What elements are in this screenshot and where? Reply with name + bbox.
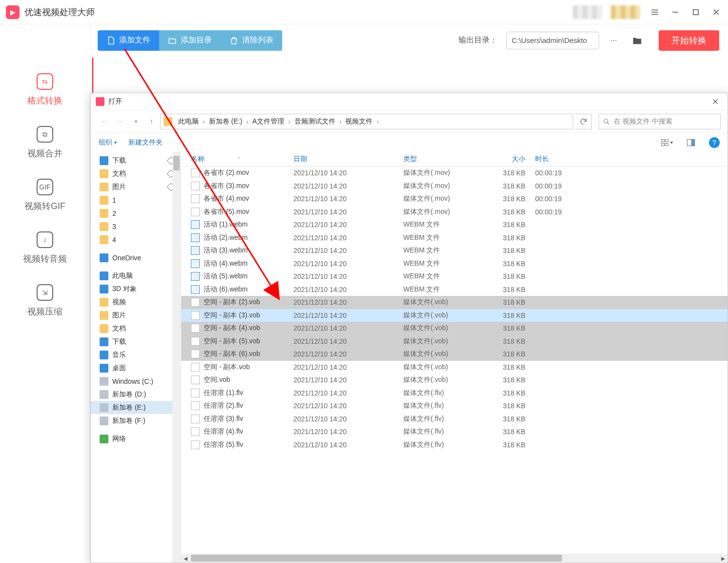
tree-item[interactable]: 此电脑 <box>91 269 181 282</box>
file-row[interactable]: 活动 (2).webm 2021/12/10 14:20 WEBM 文件 318… <box>181 231 728 245</box>
crumb[interactable]: 此电脑 <box>176 116 201 127</box>
tree-item[interactable]: Windows (C:) <box>91 375 181 388</box>
search-input[interactable]: 在 视频文件 中搜索 <box>599 114 721 129</box>
file-row[interactable]: 各省市 (2).mov 2021/12/10 14:20 媒体文件(.mov) … <box>181 167 728 180</box>
sidebar-item-label: 视频合并 <box>27 147 62 159</box>
file-row[interactable]: 各省市 (3).mov 2021/12/10 14:20 媒体文件(.mov) … <box>181 180 728 193</box>
file-row[interactable]: 活动 (4).webm 2021/12/10 14:20 WEBM 文件 318… <box>181 257 728 271</box>
col-date[interactable]: 日期 <box>293 155 403 164</box>
scroll-left-button[interactable]: ◂ <box>181 554 190 563</box>
menu-icon[interactable] <box>649 6 661 18</box>
crumb[interactable]: A文件管理 <box>250 116 286 127</box>
file-row[interactable]: 任溶溶 (3).flv 2021/12/10 14:20 媒体文件(.flv) … <box>181 413 728 426</box>
refresh-button[interactable] <box>575 114 592 129</box>
crumb[interactable]: 音频测试文件 <box>292 116 337 127</box>
maximize-button[interactable] <box>690 6 702 18</box>
add-file-button[interactable]: 添加文件 <box>98 30 159 51</box>
folder-tree[interactable]: 下载文档图片1234OneDrive此电脑3D 对象视频图片文档下载音乐桌面Wi… <box>91 152 181 563</box>
new-folder-button[interactable]: 新建文件夹 <box>128 138 163 147</box>
add-folder-button[interactable]: 添加目录 <box>159 30 221 51</box>
help-button[interactable]: ? <box>709 137 720 148</box>
file-date: 2021/12/10 14:20 <box>293 221 403 229</box>
file-type: 媒体文件(.vob) <box>403 350 486 358</box>
tree-item[interactable]: 新加卷 (D:) <box>91 388 181 401</box>
tree-item[interactable]: 桌面 <box>91 361 181 375</box>
close-button[interactable] <box>710 6 722 18</box>
file-row[interactable]: 任溶溶 (2).flv 2021/12/10 14:20 媒体文件(.flv) … <box>181 399 728 413</box>
file-icon <box>191 337 200 346</box>
nav-back-button[interactable]: ← <box>98 115 111 128</box>
file-row[interactable]: 活动 (3).webm 2021/12/10 14:20 WEBM 文件 318… <box>181 244 728 257</box>
tree-item[interactable]: 新加卷 (E:) <box>91 401 181 414</box>
browse-dots-button[interactable]: ··· <box>605 32 623 49</box>
add-file-label: 添加文件 <box>119 35 150 45</box>
file-row[interactable]: 空间 - 副本.vob 2021/12/10 14:20 媒体文件(.vob) … <box>181 361 728 374</box>
horizontal-scrollbar[interactable]: ◂ ▸ <box>181 554 728 563</box>
tree-item[interactable]: 2 <box>91 207 181 220</box>
file-row[interactable]: 活动 (1).webm 2021/12/10 14:20 WEBM 文件 318… <box>181 218 728 231</box>
tree-item[interactable]: 3D 对象 <box>91 282 181 295</box>
tree-item[interactable]: 音乐 <box>91 348 181 361</box>
tree-item[interactable]: 图片 <box>91 309 181 322</box>
preview-pane-button[interactable] <box>685 136 697 149</box>
col-type[interactable]: 类型 <box>403 155 486 164</box>
crumb[interactable]: 新加卷 (E:) <box>207 116 244 127</box>
file-row[interactable]: 空间 - 副本 (5).vob 2021/12/10 14:20 媒体文件(.v… <box>181 335 728 348</box>
sidebar-item-2[interactable]: GIF视频转GIF <box>0 169 90 222</box>
breadcrumb[interactable]: 此电脑›新加卷 (E:)›A文件管理›音频测试文件›视频文件› <box>160 114 573 129</box>
tree-item[interactable]: 1 <box>91 193 181 207</box>
view-mode-button[interactable]: ▾ <box>660 136 673 149</box>
scroll-right-button[interactable]: ▸ <box>719 554 728 563</box>
file-row[interactable]: 空间 - 副本 (4).vob 2021/12/10 14:20 媒体文件(.v… <box>181 322 728 335</box>
folder-icon <box>168 36 177 45</box>
tree-item[interactable]: 4 <box>91 233 181 246</box>
tree-scroll-thumb[interactable] <box>173 156 180 170</box>
tree-item[interactable]: 图片 <box>91 180 181 193</box>
start-convert-button[interactable]: 开始转换 <box>659 30 719 51</box>
file-row[interactable]: 任溶溶 (1).flv 2021/12/10 14:20 媒体文件(.flv) … <box>181 387 728 400</box>
tree-item[interactable]: 文档 <box>91 167 181 180</box>
file-row[interactable]: 活动 (5).webm 2021/12/10 14:20 WEBM 文件 318… <box>181 270 728 283</box>
sidebar-icon: GIF <box>37 179 53 195</box>
file-name: 活动 (3).webm <box>204 246 293 255</box>
clear-list-button[interactable]: 清除列表 <box>221 30 282 51</box>
nav-recent-dropdown[interactable]: ▾ <box>129 115 143 128</box>
file-row[interactable]: 空间.vob 2021/12/10 14:20 媒体文件(.vob) 318 K… <box>181 374 728 387</box>
output-dir-input[interactable] <box>506 32 599 49</box>
nav-forward-button[interactable]: → <box>113 115 127 128</box>
file-row[interactable]: 任溶溶 (4).flv 2021/12/10 14:20 媒体文件(.flv) … <box>181 425 728 438</box>
tree-scrollbar[interactable] <box>172 152 181 563</box>
sidebar-item-4[interactable]: ⇲视频压缩 <box>0 274 90 327</box>
tree-item[interactable]: 下载 <box>91 335 181 348</box>
tree-item-label: 新加卷 (E:) <box>112 403 146 412</box>
toolbar: 添加文件 添加目录 清除列表 输出目录： ··· 开始转换 <box>0 24 728 56</box>
sidebar-item-1[interactable]: ⧉视频合并 <box>0 116 90 169</box>
crumb[interactable]: 视频文件 <box>343 116 374 127</box>
file-row[interactable]: 任溶溶 (5).flv 2021/12/10 14:20 媒体文件(.flv) … <box>181 438 728 452</box>
file-row[interactable]: 空间 - 副本 (2).vob 2021/12/10 14:20 媒体文件(.v… <box>181 296 728 309</box>
minimize-button[interactable] <box>669 6 681 18</box>
tree-item-icon <box>100 377 108 386</box>
tree-item[interactable]: 新加卷 (F:) <box>91 414 181 427</box>
file-row[interactable]: 空间 - 副本 (3).vob 2021/12/10 14:20 媒体文件(.v… <box>181 309 728 322</box>
tree-item[interactable]: OneDrive <box>91 251 181 264</box>
organize-button[interactable]: 组织▾ <box>99 138 117 147</box>
col-name[interactable]: 名称⌃ <box>191 155 293 164</box>
col-size[interactable]: 大小 <box>486 155 535 164</box>
tree-item[interactable]: 文档 <box>91 322 181 335</box>
tree-item[interactable]: 3 <box>91 220 181 233</box>
sidebar-item-3[interactable]: ♪视频转音频 <box>0 222 90 274</box>
file-row[interactable]: 空间 - 副本 (6).vob 2021/12/10 14:20 媒体文件(.v… <box>181 348 728 361</box>
open-folder-button[interactable] <box>628 32 646 49</box>
file-row[interactable]: 各省市 (5).mov 2021/12/10 14:20 媒体文件(.mov) … <box>181 206 728 219</box>
col-duration[interactable]: 时长 <box>535 155 728 164</box>
tree-item[interactable]: 视频 <box>91 295 181 309</box>
dialog-close-button[interactable] <box>708 94 723 109</box>
tree-item[interactable]: 网络 <box>91 432 181 445</box>
sidebar-item-0[interactable]: ⇆格式转换 <box>0 63 90 116</box>
scroll-thumb[interactable] <box>191 555 562 562</box>
file-row[interactable]: 各省市 (4).mov 2021/12/10 14:20 媒体文件(.mov) … <box>181 192 728 206</box>
file-row[interactable]: 活动 (6).webm 2021/12/10 14:20 WEBM 文件 318… <box>181 283 728 296</box>
tree-item[interactable]: 下载 <box>91 154 181 167</box>
nav-up-button[interactable]: ↑ <box>145 115 158 128</box>
